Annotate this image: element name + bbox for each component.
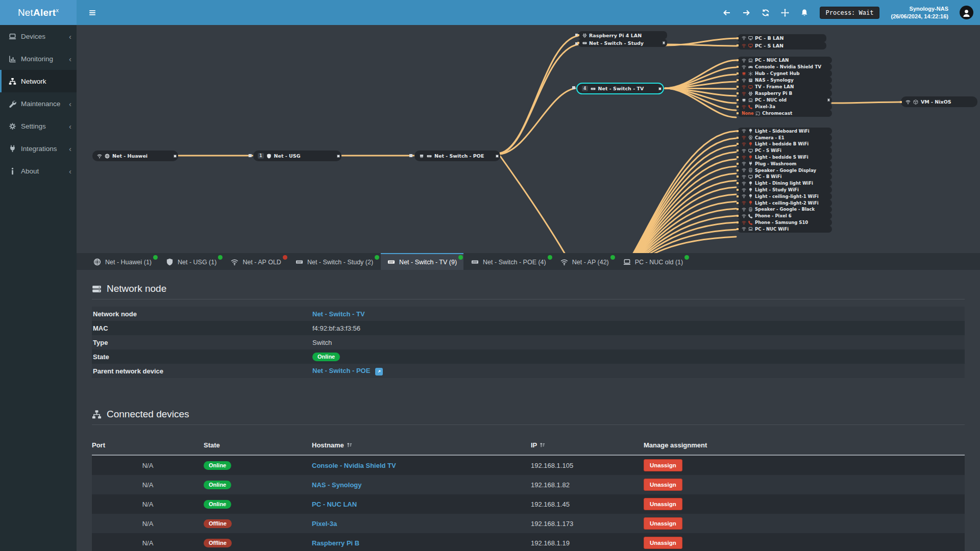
node-handle[interactable] (663, 42, 665, 44)
topology-node-camera-e1[interactable]: Camera - E1 (738, 134, 832, 141)
status-dot-green (375, 255, 379, 260)
tab-label: Net - Huawei (1) (105, 259, 152, 266)
hostname-link[interactable]: Console - Nvidia Shield TV (312, 462, 396, 469)
node-handle[interactable] (496, 155, 499, 158)
raspberry-icon (582, 33, 587, 38)
topology-node-net-usg[interactable]: 1Net - USG (253, 151, 341, 161)
column-header-ip[interactable]: IP (531, 441, 644, 449)
topology-node-pc-b-wifi[interactable]: PC - B WiFi (738, 173, 832, 181)
topology-node-light-ceiling-light-1-wifi[interactable]: Light - ceiling-light-1 WiFi (738, 193, 832, 200)
app-logo[interactable]: NetAlertx (0, 0, 77, 25)
topology-node-light-study-wifi[interactable]: Light - Study WiFi (738, 186, 832, 193)
sitemap-icon (9, 78, 16, 85)
topology-node-raspberry-pi-b[interactable]: Raspberry Pi B (738, 90, 832, 97)
topology-node-pc-s-wifi[interactable]: PC - S WiFi (738, 147, 832, 154)
wifi-icon (742, 91, 746, 96)
node-label: Net - Switch - Study (589, 40, 644, 46)
detail-row: Type Switch (92, 335, 965, 349)
avatar[interactable] (960, 6, 973, 19)
sidebar-item-about[interactable]: About ‹ (0, 160, 77, 182)
state-badge: Offline (204, 519, 232, 528)
node-label: Chromecast (762, 111, 792, 116)
node-link[interactable]: Net - Switch - TV (312, 310, 365, 318)
switch-icon (427, 154, 432, 159)
back-arrow-icon[interactable] (723, 9, 731, 17)
cell-ip: 192.168.1.45 (531, 500, 644, 508)
tab-net-ap-42[interactable]: Net - AP (42) (554, 253, 616, 270)
sidebar-item-maintenance[interactable]: Maintenance ‹ (0, 92, 77, 115)
topology-node-speaker-google-black[interactable]: Speaker - Google - Black (738, 206, 832, 213)
node-handle[interactable] (174, 155, 177, 158)
detail-label: MAC (93, 324, 312, 332)
node-handle[interactable] (658, 87, 662, 90)
tab-net-usg-1[interactable]: Net - USG (1) (159, 253, 223, 270)
external-link-button[interactable] (375, 368, 383, 375)
tab-net-switch-tv-9[interactable]: Net - Switch - TV (9) (381, 253, 463, 270)
unassign-button[interactable]: Unassign (644, 479, 682, 491)
unassign-button[interactable]: Unassign (644, 517, 682, 530)
topology-node-net-switch-study[interactable]: Net - Switch - Study (578, 39, 667, 47)
wifi-icon (742, 227, 746, 231)
topology-node-speaker-google-display[interactable]: Speaker - Google Display (738, 167, 832, 174)
sidebar-item-monitoring[interactable]: Monitoring ‹ (0, 47, 77, 70)
unassign-button[interactable]: Unassign (644, 459, 682, 471)
notifications-bell-icon[interactable] (800, 9, 808, 17)
tab-net-ap-old[interactable]: Net - AP OLD (224, 253, 288, 270)
column-header-port: Port (92, 441, 204, 449)
sidebar-item-network[interactable]: Network (0, 70, 77, 92)
node-label: Light - bedside S WiFi (755, 155, 808, 160)
topology-node-tv-frame-lan[interactable]: TV - Frame LAN (738, 83, 832, 90)
topology-node-phone-samsung-s10[interactable]: Phone - Samsung S10 (738, 219, 832, 226)
topology-node-nas-synology[interactable]: NAS - Synology (738, 77, 832, 84)
topology-node-chromecast[interactable]: None Chromecast (738, 110, 832, 117)
detail-value-cell: Net - Switch - POE (312, 367, 383, 375)
topology-node-light-bedside-s-wifi[interactable]: Light - bedside S WiFi (738, 154, 832, 161)
sidebar-toggle-button[interactable] (85, 5, 100, 20)
forward-arrow-icon[interactable] (742, 9, 750, 17)
node-handle[interactable] (827, 99, 830, 102)
column-header-hostname[interactable]: Hostname (312, 441, 531, 449)
refresh-icon[interactable] (762, 9, 770, 17)
sidebar-item-devices[interactable]: Devices ‹ (0, 25, 77, 47)
topology-node-light-sideboard-wifi[interactable]: Light - Sideboard WiFi (738, 128, 832, 135)
topology-node-net-huawei[interactable]: Net - Huawei (92, 151, 178, 161)
topology-node-pc-b-lan[interactable]: PC - B LAN (738, 34, 826, 42)
hostname-link[interactable]: Raspberry Pi B (312, 539, 359, 547)
tab-net-switch-poe-4[interactable]: Net - Switch - POE (4) (464, 253, 553, 270)
hostname-link[interactable]: Pixel-3a (312, 520, 337, 528)
tab-pc-nuc-old-1[interactable]: PC - NUC old (1) (617, 253, 690, 270)
sidebar-item-integrations[interactable]: Integrations ‹ (0, 137, 77, 160)
move-icon[interactable] (781, 9, 789, 17)
unassign-button[interactable]: Unassign (644, 498, 682, 510)
topology-node-phone-pixel-6[interactable]: Phone - Pixel 6 (738, 212, 832, 219)
topology-node-vm-nixos[interactable]: VM - NixOS (901, 96, 977, 107)
topology-node-pc-nuc-old[interactable]: PC - NUC old (738, 96, 832, 104)
topology-node-net-switch-poe[interactable]: Net - Switch - POE (414, 151, 500, 161)
process-status-badge[interactable]: Process: Wait (820, 7, 880, 19)
topology-node-pc-nuc-lan[interactable]: PC - NUC LAN (738, 57, 832, 64)
sidebar-item-settings[interactable]: Settings ‹ (0, 115, 77, 137)
parent-node-link[interactable]: Net - Switch - POE (312, 367, 370, 374)
unassign-button[interactable]: Unassign (644, 537, 682, 549)
topology-node-hub-cygnet-hub[interactable]: Hub - Cygnet Hub (738, 70, 832, 77)
topology-node-light-bedside-b-wifi[interactable]: Light - bedside B WiFi (738, 141, 832, 148)
topology-node-console-nvidia-shield-tv[interactable]: Console - Nvidia Shield TV (738, 63, 832, 70)
topology-node-pc-nuc-wifi[interactable]: PC - NUC WiFi (738, 226, 832, 233)
wifi-icon (742, 161, 746, 166)
tab-net-switch-study-2[interactable]: Net - Switch - Study (2) (289, 253, 380, 270)
topology-node-pixel-3a[interactable]: Pixel-3a (738, 103, 832, 110)
topology-node-light-ceiling-light-2-wifi[interactable]: Light - ceiling-light-2 WiFi (738, 199, 832, 207)
shield-icon (266, 154, 272, 159)
tab-net-huawei-1[interactable]: Net - Huawei (1) (87, 253, 158, 270)
status-dot-green (610, 255, 615, 260)
detail-label: Type (93, 339, 312, 346)
hostname-link[interactable]: NAS - Synology (312, 481, 362, 489)
topology-node-raspberry-pi-4-lan[interactable]: Raspberry Pi 4 LAN (578, 31, 667, 39)
hub-icon (748, 71, 753, 76)
topology-node-plug-washroom[interactable]: Plug - Washroom (738, 160, 832, 167)
hostname-link[interactable]: PC - NUC LAN (312, 500, 357, 508)
topology-node-pc-s-lan[interactable]: PC - S LAN (738, 42, 826, 50)
topology-node-light-dining-light-wifi[interactable]: Light - Dining light WiFi (738, 180, 832, 187)
topology-node-net-switch-tv[interactable]: 4Net - Switch - TV (576, 83, 664, 94)
node-handle[interactable] (337, 155, 340, 158)
